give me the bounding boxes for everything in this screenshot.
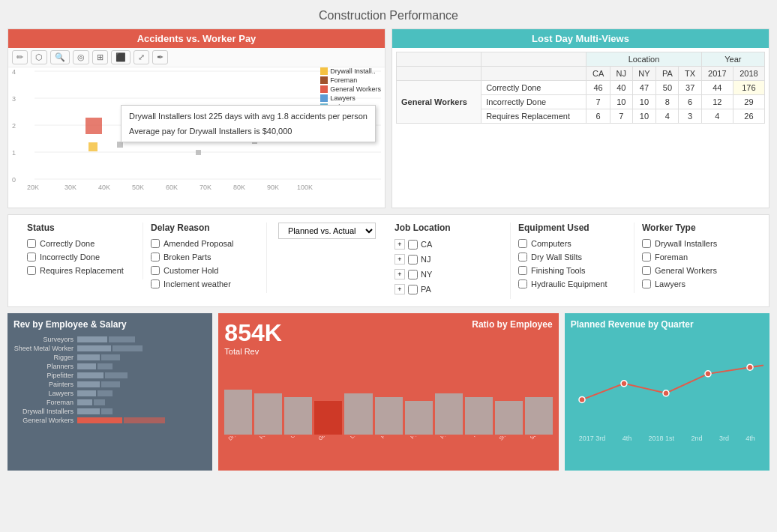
filter-amended-proposal[interactable]: Amended Proposal [151, 239, 259, 248]
filter-hydraulic[interactable]: Hydraulic Equipment [518, 279, 626, 288]
drywall-installers-checkbox[interactable] [642, 239, 651, 248]
svg-text:70K: 70K [200, 184, 212, 191]
ratio-bar[interactable] [495, 401, 523, 435]
ratio-bar[interactable] [224, 390, 252, 435]
location-nj[interactable]: + NJ [394, 254, 502, 265]
filter-customer-hold[interactable]: Customer Hold [151, 266, 259, 275]
delay-reason-filter: Delay Reason Amended Proposal Broken Par… [143, 223, 267, 293]
salary-row: Pipefitter [14, 372, 206, 379]
customer-hold-checkbox[interactable] [151, 266, 160, 275]
equipment-title: Equipment Used [518, 223, 626, 233]
ratio-bar[interactable] [435, 393, 463, 435]
svg-point-29 [621, 381, 627, 387]
filter-requires-replacement[interactable]: Requires Replacement [27, 266, 135, 275]
planned-x-labels: 2017 3rd4th2018 1st2nd3rd4th [571, 435, 764, 442]
grid-tool[interactable]: ⊞ [92, 50, 108, 64]
general-workers-checkbox[interactable] [642, 266, 651, 275]
ny-checkbox[interactable] [408, 270, 418, 279]
salary-bars-area: SurveyorsSheet Metal WorkerRiggerPlanner… [14, 336, 206, 424]
filter-dry-wall-stilts[interactable]: Dry Wall Stilts [518, 253, 626, 262]
filter-finishing-tools[interactable]: Finishing Tools [518, 266, 626, 275]
chart-toolbar: ✏ ⬡ 🔍 ◎ ⊞ ⬛ ⤢ ✒ [8, 48, 385, 67]
planned-rev-title: Planned Revenue by Quarter [571, 319, 764, 330]
svg-text:30K: 30K [64, 184, 76, 191]
pen-tool[interactable]: ✒ [152, 50, 168, 64]
ratio-bar[interactable] [344, 393, 372, 435]
lost-day-title: Lost Day Multi-Views [392, 29, 769, 48]
lasso-tool[interactable]: ⬡ [31, 50, 47, 64]
salary-row: Rigger [14, 354, 206, 361]
lost-day-chart: Lost Day Multi-Views Location Year [392, 28, 770, 208]
page-title: Construction Performance [0, 0, 777, 28]
inclement-weather-checkbox[interactable] [151, 279, 160, 288]
ratio-bar[interactable] [405, 401, 433, 435]
amended-proposal-checkbox[interactable] [151, 239, 160, 248]
dry-wall-stilts-checkbox[interactable] [518, 253, 527, 262]
svg-text:90K: 90K [267, 184, 279, 191]
pa-expand[interactable]: + [394, 284, 405, 294]
pencil-tool[interactable]: ✏ [12, 50, 28, 64]
location-pa[interactable]: + PA [394, 284, 502, 294]
total-rev-label: Total Rev [224, 347, 282, 356]
finishing-tools-checkbox[interactable] [518, 266, 527, 275]
ratio-bar[interactable] [314, 401, 342, 435]
ratio-bar[interactable] [254, 393, 282, 435]
computers-label: Computers [531, 239, 572, 248]
salary-row: General Workers [14, 417, 206, 424]
zoom-tool[interactable]: 🔍 [50, 50, 70, 64]
filter-computers[interactable]: Computers [518, 239, 626, 248]
nj-expand[interactable]: + [394, 254, 405, 265]
requires-replacement-checkbox[interactable] [27, 266, 36, 275]
nj-checkbox[interactable] [408, 255, 418, 265]
filter-general-workers[interactable]: General Workers [642, 266, 750, 275]
svg-text:100K: 100K [297, 184, 313, 191]
ratio-title: Ratio by Employee [472, 319, 552, 330]
hide-tool[interactable]: ◎ [73, 50, 89, 64]
filter-foreman[interactable]: Foreman [642, 253, 750, 262]
svg-text:0: 0 [12, 176, 16, 184]
status-filter: Status Correctly Done Incorrectly Done R… [20, 223, 143, 279]
ratio-bar[interactable] [375, 397, 403, 435]
accidents-chart-title: Accidents vs. Worker Pay [8, 29, 385, 48]
lawyers-checkbox[interactable] [642, 279, 651, 288]
rev-salary-chart: Rev by Employee & Salary SurveyorsSheet … [8, 313, 212, 471]
ratio-bars-area [224, 363, 552, 435]
broken-parts-checkbox[interactable] [151, 253, 160, 262]
ny-expand[interactable]: + [394, 269, 405, 279]
incorrectly-done-checkbox[interactable] [27, 253, 36, 262]
fullscreen-tool[interactable]: ⤢ [134, 50, 149, 64]
correctly-done-checkbox[interactable] [27, 239, 36, 248]
salary-row: Foreman [14, 399, 206, 406]
filter-drywall-installers[interactable]: Drywall Installers [642, 239, 750, 248]
paint-tool[interactable]: ⬛ [111, 50, 130, 64]
amended-proposal-label: Amended Proposal [164, 239, 234, 248]
location-ca[interactable]: + CA [394, 239, 502, 250]
filter-broken-parts[interactable]: Broken Parts [151, 253, 259, 262]
ca-expand[interactable]: + [394, 239, 405, 250]
ratio-bar[interactable] [525, 397, 553, 435]
filter-row: Status Correctly Done Incorrectly Done R… [8, 214, 770, 307]
foreman-checkbox[interactable] [642, 253, 651, 262]
year-header: Year [701, 52, 764, 67]
ca-checkbox[interactable] [408, 240, 418, 250]
salary-row: Painters [14, 381, 206, 388]
filter-inclement-weather[interactable]: Inclement weather [151, 279, 259, 288]
rev-salary-title: Rev by Employee & Salary [14, 319, 206, 330]
svg-point-32 [747, 364, 753, 370]
svg-text:4: 4 [12, 68, 16, 76]
ratio-bar[interactable] [465, 397, 493, 435]
planned-actual-dropdown[interactable]: Planned vs. Actual Planned Actual [278, 223, 376, 239]
line-chart-svg [571, 333, 764, 431]
filter-lawyers[interactable]: Lawyers [642, 279, 750, 288]
hydraulic-checkbox[interactable] [518, 279, 527, 288]
svg-point-31 [705, 371, 711, 377]
filter-correctly-done[interactable]: Correctly Done [27, 239, 135, 248]
filter-incorrectly-done[interactable]: Incorrectly Done [27, 253, 135, 262]
svg-text:50K: 50K [132, 184, 144, 191]
svg-text:3: 3 [12, 95, 16, 103]
computers-checkbox[interactable] [518, 239, 527, 248]
ratio-bar[interactable] [284, 397, 312, 435]
pa-checkbox[interactable] [408, 285, 418, 294]
salary-row: Planners [14, 363, 206, 370]
location-ny[interactable]: + NY [394, 269, 502, 279]
